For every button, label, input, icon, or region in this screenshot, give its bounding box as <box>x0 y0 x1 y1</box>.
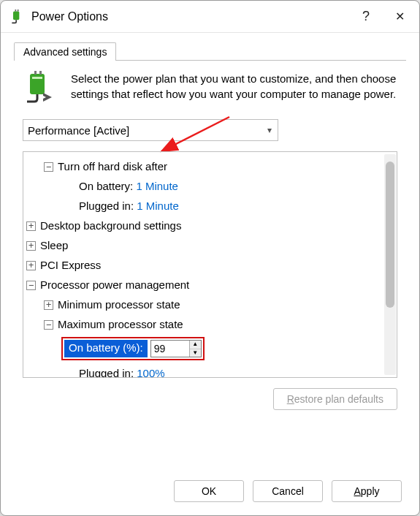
expand-icon[interactable]: + <box>44 300 53 310</box>
intro-row: Select the power plan that you want to c… <box>23 71 397 106</box>
titlebar: Power Options ? ✕ <box>1 1 419 33</box>
collapse-icon[interactable]: − <box>44 320 53 330</box>
tree-node-hard-disk[interactable]: −Turn off hard disk after <box>26 156 381 176</box>
chevron-down-icon: ▾ <box>267 125 272 135</box>
close-button[interactable]: ✕ <box>383 4 416 30</box>
svg-rect-6 <box>32 77 42 79</box>
svg-marker-7 <box>43 93 52 102</box>
tree-node-max-cpu[interactable]: −Maximum processor state <box>26 314 381 334</box>
highlight-box: On battery (%): 99 ▲ ▼ <box>61 337 205 360</box>
svg-rect-1 <box>15 10 17 12</box>
tree-leaf-maxcpu-on-battery[interactable]: On battery (%): 99 ▲ ▼ <box>26 334 381 360</box>
expand-icon[interactable]: + <box>26 221 36 231</box>
tree-node-cpu[interactable]: −Processor power management <box>26 275 381 295</box>
power-options-dialog: Power Options ? ✕ Advanced settings Sele… <box>0 0 420 516</box>
window-title: Power Options <box>31 10 349 23</box>
power-plan-selected: Performance [Active] <box>28 124 129 137</box>
svg-rect-2 <box>18 10 19 12</box>
on-battery-pct-spinner[interactable]: 99 ▲ ▼ <box>150 340 202 357</box>
collapse-icon[interactable]: − <box>44 162 53 172</box>
power-options-icon <box>9 10 24 24</box>
restore-plan-defaults-button[interactable]: Restore plan defaults <box>273 388 397 410</box>
on-battery-pct-label: On battery (%): <box>64 340 148 357</box>
scroll-thumb[interactable] <box>386 162 394 308</box>
on-battery-pct-value[interactable]: 99 <box>151 341 189 357</box>
power-plan-dropdown[interactable]: Performance [Active] ▾ <box>23 119 278 141</box>
settings-tree[interactable]: −Turn off hard disk after On battery: 1 … <box>23 152 383 377</box>
apply-button[interactable]: Apply <box>332 480 402 502</box>
dialog-footer: OK Cancel Apply <box>1 471 419 515</box>
tree-leaf-hdd-on-battery[interactable]: On battery: 1 Minute <box>26 176 381 196</box>
svg-rect-0 <box>13 11 19 20</box>
cancel-button[interactable]: Cancel <box>253 480 323 502</box>
help-button[interactable]: ? <box>349 4 383 30</box>
tree-node-pci-express[interactable]: +PCI Express <box>26 255 381 275</box>
battery-plug-icon <box>23 71 58 106</box>
spinner-down-icon[interactable]: ▼ <box>190 349 201 357</box>
tab-content: Select the power plan that you want to c… <box>1 61 419 471</box>
tab-advanced-settings[interactable]: Advanced settings <box>14 42 116 61</box>
ok-button[interactable]: OK <box>174 480 244 502</box>
tab-strip: Advanced settings <box>14 42 406 61</box>
collapse-icon[interactable]: − <box>26 281 36 290</box>
svg-rect-5 <box>39 71 42 75</box>
spinner-up-icon[interactable]: ▲ <box>190 341 201 349</box>
tree-node-min-cpu[interactable]: +Minimum processor state <box>26 295 381 314</box>
intro-text: Select the power plan that you want to c… <box>71 71 397 106</box>
expand-icon[interactable]: + <box>26 261 36 270</box>
svg-rect-4 <box>34 71 37 75</box>
tree-leaf-hdd-plugged-in[interactable]: Plugged in: 1 Minute <box>26 196 381 216</box>
tree-node-sleep[interactable]: +Sleep <box>26 235 381 255</box>
settings-tree-box: −Turn off hard disk after On battery: 1 … <box>23 151 397 378</box>
tree-scrollbar[interactable] <box>384 154 396 375</box>
tree-node-desktop-bg[interactable]: +Desktop background settings <box>26 216 381 235</box>
tree-leaf-maxcpu-plugged-in[interactable]: Plugged in: 100% <box>26 360 381 377</box>
expand-icon[interactable]: + <box>26 241 36 251</box>
